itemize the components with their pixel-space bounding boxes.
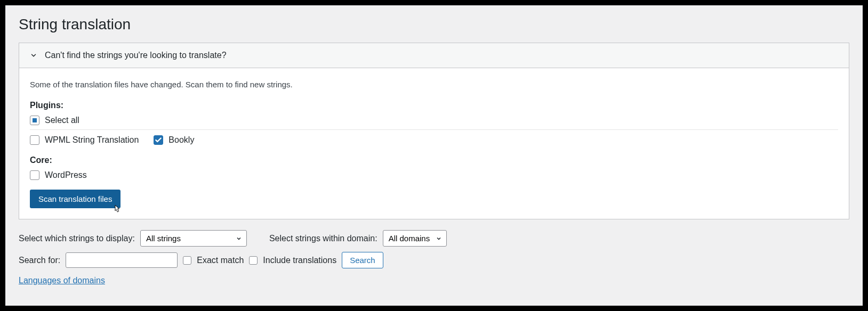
- plugin-item-wpml: WPML String Translation: [30, 135, 139, 145]
- plugin-item-label: WPML String Translation: [45, 135, 139, 145]
- scan-button-label: Scan translation files: [38, 194, 112, 203]
- core-item-label: WordPress: [45, 170, 87, 180]
- include-translations-checkbox[interactable]: [249, 256, 258, 265]
- plugin-list: WPML String Translation Bookly: [30, 132, 838, 156]
- include-translations-label: Include translations: [263, 256, 336, 265]
- core-section-label: Core:: [30, 156, 838, 165]
- select-all-label: Select all: [45, 116, 79, 125]
- panel-info-text: Some of the translation files have chang…: [30, 80, 838, 89]
- panel-header-toggle[interactable]: Can't find the strings you're looking to…: [19, 43, 849, 68]
- languages-of-domains-link[interactable]: Languages of domains: [19, 276, 105, 285]
- select-all-row: Select all: [30, 113, 838, 130]
- scan-panel: Can't find the strings you're looking to…: [19, 43, 849, 219]
- exact-match-label: Exact match: [197, 256, 244, 265]
- page-title: String translation: [19, 16, 849, 33]
- plugin-wpml-checkbox[interactable]: [30, 135, 39, 145]
- scan-translation-files-button[interactable]: Scan translation files: [30, 190, 120, 208]
- display-strings-select[interactable]: All strings: [140, 230, 247, 247]
- domain-label: Select strings within domain:: [269, 234, 377, 243]
- exact-match-checkbox[interactable]: [183, 256, 191, 265]
- domain-select[interactable]: All domains: [383, 230, 447, 247]
- plugin-bookly-checkbox[interactable]: [154, 135, 163, 145]
- plugins-section-label: Plugins:: [30, 101, 838, 110]
- core-wordpress-checkbox[interactable]: [30, 170, 39, 180]
- panel-header-title: Can't find the strings you're looking to…: [45, 51, 227, 60]
- search-input[interactable]: [66, 252, 178, 268]
- cursor-pointer-icon: [112, 204, 122, 215]
- panel-body: Some of the translation files have chang…: [19, 68, 849, 219]
- search-for-label: Search for:: [19, 256, 60, 265]
- search-button[interactable]: Search: [342, 252, 383, 268]
- core-item-row: WordPress: [30, 168, 838, 190]
- select-all-checkbox[interactable]: [30, 116, 39, 125]
- chevron-down-icon: [30, 52, 37, 59]
- display-strings-label: Select which strings to display:: [19, 234, 135, 243]
- filters-section: Select which strings to display: All str…: [19, 229, 849, 285]
- plugin-item-label: Bookly: [168, 135, 194, 145]
- plugin-item-bookly: Bookly: [154, 135, 194, 145]
